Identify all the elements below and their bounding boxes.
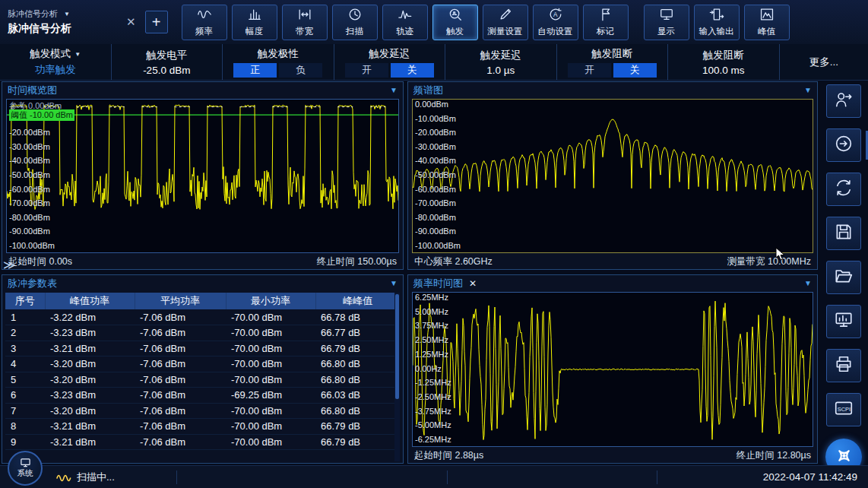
table-cell: -3.20 dBm xyxy=(45,403,135,419)
table-row[interactable]: 2-3.23 dBm-7.06 dBm-70.00 dBm66.77 dB xyxy=(5,325,400,341)
system-icon xyxy=(20,458,31,468)
measure-setup-icon xyxy=(498,7,513,25)
table-cell: -3.22 dBm xyxy=(45,309,135,325)
spectrum-chart[interactable]: 0.00dBm-10.00dBm-20.00dBm-30.00dBm-40.00… xyxy=(412,99,813,253)
table-header-cell: 峰峰值 xyxy=(315,293,400,309)
measurement-tab[interactable]: 脉冲信号分析 ▼ 脉冲信号分析 xyxy=(8,8,122,36)
sidebar-button-save[interactable] xyxy=(826,217,861,250)
frequency-time-chart[interactable]: 6.25MHz5.00MHz3.75MHz2.50MHz1.25MHz0.00H… xyxy=(412,292,813,447)
toggle-option-1[interactable]: 关 xyxy=(613,63,657,78)
sidebar-button-user-login[interactable] xyxy=(826,84,861,118)
table-row[interactable]: 1-3.22 dBm-7.06 dBm-70.00 dBm66.78 dB xyxy=(5,309,400,325)
toolbar-button-label: 频率 xyxy=(195,26,213,37)
setting-value[interactable]: 100.0 ms xyxy=(702,65,745,76)
table-cell: 3 xyxy=(5,341,45,356)
table-row[interactable]: 6-3.23 dBm-7.06 dBm-69.25 dBm66.03 dB xyxy=(5,388,400,404)
sync-icon xyxy=(834,178,854,201)
table-row[interactable]: 7-3.20 dBm-7.06 dBm-70.00 dBm66.80 dB xyxy=(5,403,400,419)
toolbar-button-bandwidth[interactable]: 带宽 xyxy=(282,5,328,40)
table-cell: 66.03 dB xyxy=(315,388,400,404)
sidebar-button-scpi[interactable]: SCPI xyxy=(826,393,861,426)
toolbar-button-trace[interactable]: 轨迹 xyxy=(382,5,428,40)
table-row[interactable]: 8-3.21 dBm-7.06 dBm-70.00 dBm66.79 dB xyxy=(5,419,400,435)
sidebar-button-print[interactable] xyxy=(826,349,861,382)
toolbar-button-sweep[interactable]: 扫描 xyxy=(332,5,378,40)
toolbar-button-amplitude[interactable]: 幅度 xyxy=(232,5,277,40)
sidebar-button-report[interactable] xyxy=(826,305,861,338)
table-row[interactable]: 5-3.20 dBm-7.06 dBm-70.00 dBm66.80 dB xyxy=(5,372,400,388)
table-row[interactable]: 4-3.20 dBm-7.06 dBm-70.00 dBm66.80 dB xyxy=(5,356,400,372)
table-header-cell: 平均功率 xyxy=(135,293,226,309)
io-icon xyxy=(709,7,724,25)
expand-handle-icon[interactable]: ≫ xyxy=(3,258,14,272)
table-cell: -7.06 dBm xyxy=(135,309,226,325)
save-icon xyxy=(834,222,854,245)
toolbar-button-label: 测量设置 xyxy=(488,26,523,37)
setting-more[interactable]: 更多... xyxy=(780,44,868,80)
setting-value[interactable]: 功率触发 xyxy=(35,63,76,77)
time-overview-chart[interactable]: -20.00dBm-30.00dBm-40.00dBm-50.00dBm-60.… xyxy=(6,99,399,253)
folder-open-icon xyxy=(834,266,854,289)
table-cell: 7 xyxy=(5,403,45,419)
panel-menu-caret-icon[interactable]: ▼ xyxy=(804,279,812,287)
table-row[interactable]: 9-3.21 dBm-7.06 dBm-70.00 dBm66.79 dB xyxy=(5,434,400,450)
setting-value[interactable]: -25.0 dBm xyxy=(143,65,190,76)
table-cell: -7.06 dBm xyxy=(135,388,226,404)
tab-dropdown-caret-icon[interactable]: ▼ xyxy=(64,11,70,17)
setting-label[interactable]: 更多... xyxy=(809,55,838,69)
table-cell: 66.80 dB xyxy=(315,372,400,388)
amplitude-icon xyxy=(247,7,262,25)
add-tab-button[interactable]: + xyxy=(145,11,168,33)
panel-pulse-table: 脉冲参数表 ▼ 序号峰值功率平均功率最小功率峰峰值1-3.22 dBm-7.06… xyxy=(2,274,404,464)
toolbar-button-label: 带宽 xyxy=(296,26,313,37)
toggle-option-0[interactable]: 开 xyxy=(568,63,611,78)
table-cell: -70.00 dBm xyxy=(226,403,315,419)
toolbar-button-frequency[interactable]: 频率 xyxy=(182,5,227,40)
setting-trigger-delay-switch: 触发延迟开关 xyxy=(334,44,446,80)
table-cell: 66.79 dB xyxy=(315,341,400,356)
toolbar-button-auto-setup[interactable]: A自动设置 xyxy=(533,5,578,40)
statusbar-divider xyxy=(657,471,657,484)
table-cell: -70.00 dBm xyxy=(226,325,315,341)
setting-trigger-mode: 触发模式▼功率触发 xyxy=(0,44,112,80)
panel-menu-caret-icon[interactable]: ▼ xyxy=(390,86,398,94)
panel-menu-caret-icon[interactable]: ▼ xyxy=(390,279,398,287)
setting-value[interactable]: 1.0 µs xyxy=(486,65,515,76)
table-cell: -3.20 dBm xyxy=(45,372,135,388)
toolbar-button-marker[interactable]: 标记 xyxy=(583,5,629,40)
close-panel-icon[interactable]: ✕ xyxy=(469,278,477,289)
toolbar-button-label: 幅度 xyxy=(246,26,263,37)
toolbar-button-measure-setup[interactable]: 测量设置 xyxy=(483,5,528,40)
sidebar-button-open[interactable] xyxy=(826,261,861,294)
panel-time-overview: 时间概览图 ▼ -20.00dBm-30.00dBm-40.00dBm-50.0… xyxy=(2,81,404,270)
panel-title-spectrum: 频谱图 xyxy=(413,84,443,97)
panel-menu-caret-icon[interactable]: ▼ xyxy=(804,86,812,94)
setting-trigger-polarity: 触发极性正负 xyxy=(223,44,334,80)
tab-close-icon[interactable]: ✕ xyxy=(126,15,136,29)
toggle-option-1[interactable]: 关 xyxy=(391,63,434,78)
clock: 2022-04-07 11:42:49 xyxy=(763,471,857,483)
toggle-option-0[interactable]: 正 xyxy=(233,63,277,78)
table-cell: -3.23 dBm xyxy=(45,388,135,404)
toolbar-button-io[interactable]: 输入输出 xyxy=(694,5,740,40)
sweep-status-icon xyxy=(56,472,71,483)
dropdown-caret-icon[interactable]: ▼ xyxy=(74,51,81,58)
table-scrollbar[interactable] xyxy=(394,293,400,461)
start-time-label: 起始时间 0.00s xyxy=(8,255,72,268)
table-cell: 6 xyxy=(5,388,45,404)
panel-title-time-overview: 时间概览图 xyxy=(8,84,57,97)
toggle-option-0[interactable]: 开 xyxy=(345,63,388,78)
table-scrollbar-thumb[interactable] xyxy=(395,294,399,399)
table-cell: -70.00 dBm xyxy=(226,309,315,325)
sidebar-button-sync[interactable] xyxy=(826,173,861,206)
setting-label: 触发极性 xyxy=(258,47,299,61)
panel-title-frequency-time: 频率时间图 xyxy=(413,277,463,290)
toolbar-button-peak[interactable]: 峰值 xyxy=(744,5,790,40)
sidebar-button-forward[interactable] xyxy=(826,128,861,162)
toggle-option-1[interactable]: 负 xyxy=(279,63,322,78)
system-button[interactable]: 系统 xyxy=(8,451,43,486)
toolbar-button-display[interactable]: 显示 xyxy=(644,5,689,40)
table-cell: -3.21 dBm xyxy=(45,434,135,450)
table-row[interactable]: 3-3.21 dBm-7.06 dBm-70.00 dBm66.79 dB xyxy=(5,341,400,356)
toolbar-button-trigger[interactable]: 触发 xyxy=(432,5,478,40)
